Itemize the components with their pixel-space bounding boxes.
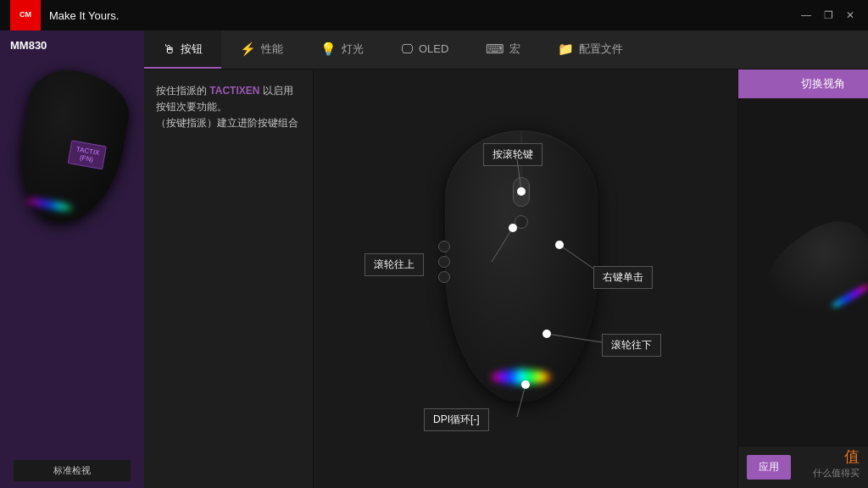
brand-name: Make It Yours. (49, 9, 119, 22)
restore-button[interactable]: ❐ (821, 8, 836, 23)
sidebar: MM830 TACTIX(FN) 标准检视 (0, 30, 144, 488)
tab-bar: 🖱 按钮 ⚡ 性能 💡 灯光 🖵 OLED ⌨ 宏 📁 配置文件 (144, 30, 868, 69)
lighting-tab-icon: 💡 (320, 42, 337, 57)
tab-macro[interactable]: ⌨ 宏 (467, 30, 539, 69)
mouse-diagram: 按滚轮键 (314, 69, 737, 488)
tab-lighting[interactable]: 💡 灯光 (302, 30, 382, 69)
label-right-click[interactable]: 右键单击 (593, 266, 653, 289)
watermark: 值 什么值得买 (813, 446, 860, 480)
titlebar-left: CM Make It Yours. (10, 0, 119, 30)
label-scroll-down[interactable]: 滚轮往下 (602, 334, 661, 357)
tab-oled[interactable]: 🖵 OLED (382, 30, 467, 69)
close-button[interactable]: ✕ (843, 8, 858, 23)
dpi-cycle-text: DPI循环[-] (433, 413, 480, 425)
right-click-text: 右键单击 (603, 271, 643, 283)
watermark-icon: 值 (844, 446, 860, 467)
macro-tab-label: 宏 (509, 42, 520, 57)
tactixen-highlight: TACTIXEN (209, 85, 259, 97)
cooler-master-logo: CM (10, 0, 41, 30)
right-panel-header: 切换视角 (738, 69, 868, 98)
titlebar: CM Make It Yours. — ❐ ✕ (0, 0, 868, 30)
window-controls[interactable]: — ❐ ✕ (798, 8, 858, 23)
content-area: 🖱 按钮 ⚡ 性能 💡 灯光 🖵 OLED ⌨ 宏 📁 配置文件 (144, 30, 868, 488)
product-mouse-image: TACTIX(FN) (8, 64, 135, 231)
tab-buttons[interactable]: 🖱 按钮 (144, 30, 221, 69)
config-tab-label: 配置文件 (579, 42, 623, 57)
label-scroll-wheel-btn[interactable]: 按滚轮键 (483, 143, 542, 166)
tab-config[interactable]: 📁 配置文件 (539, 30, 642, 69)
apply-button[interactable]: 应用 (747, 455, 791, 480)
performance-tab-label: 性能 (261, 42, 283, 57)
watermark-text: 什么值得买 (813, 467, 860, 480)
side-buttons (438, 241, 450, 283)
side-btn-1 (438, 241, 450, 252)
scroll-wheel (513, 177, 530, 207)
buttons-tab-label: 按钮 (181, 42, 203, 57)
info-text: 按住指派的 TACTIXEN 以启用按钮次要功能。 （按键指派）建立进阶按键组合 (156, 83, 301, 132)
label-dpi-cycle[interactable]: DPI循环[-] (424, 408, 489, 431)
buttons-tab-icon: 🖱 (163, 42, 175, 56)
minimize-button[interactable]: — (798, 8, 814, 23)
lighting-tab-label: 灯光 (342, 42, 364, 57)
scroll-wheel-btn-text: 按滚轮键 (492, 148, 533, 160)
performance-tab-icon: ⚡ (240, 42, 256, 57)
main-container: MM830 TACTIX(FN) 标准检视 🖱 按钮 ⚡ 性能 💡 灯光 (0, 30, 868, 488)
tactix-label: TACTIX(FN) (68, 140, 107, 169)
right-mouse-preview (738, 98, 868, 446)
macro-tab-icon: ⌨ (486, 42, 504, 57)
oled-tab-icon: 🖵 (401, 42, 414, 56)
side-btn-3 (438, 271, 450, 283)
label-scroll-up[interactable]: 滚轮往上 (364, 253, 424, 276)
diagram-container: 按滚轮键 (314, 97, 737, 461)
body-content: 按住指派的 TACTIXEN 以启用按钮次要功能。 （按键指派）建立进阶按键组合 (144, 69, 868, 488)
product-name: MM830 (0, 39, 47, 52)
side-btn-2 (438, 256, 450, 268)
mouse-shape (445, 130, 598, 402)
sidebar-bottom: 标准检视 (0, 453, 144, 488)
product-image-container: TACTIX(FN) (4, 63, 140, 232)
view-toggle-button[interactable]: 标准检视 (14, 460, 131, 481)
tab-performance[interactable]: ⚡ 性能 (221, 30, 302, 69)
mouse-body-wrapper (445, 130, 598, 402)
right-panel: 切换视角 应用 (737, 69, 868, 488)
preview-mouse-shape (754, 208, 868, 336)
scroll-up-text: 滚轮往上 (374, 258, 415, 270)
scroll-down-text: 滚轮往下 (611, 339, 652, 351)
oled-tab-label: OLED (419, 42, 448, 55)
info-panel: 按住指派的 TACTIXEN 以启用按钮次要功能。 （按键指派）建立进阶按键组合 (144, 69, 314, 488)
dpi-button (515, 215, 528, 229)
config-tab-icon: 📁 (558, 42, 574, 57)
